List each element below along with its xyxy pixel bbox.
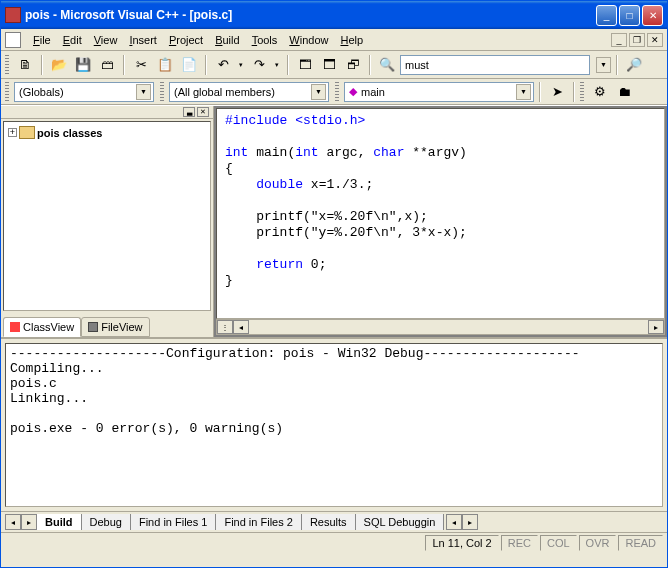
save-button[interactable]: 💾 <box>72 54 94 76</box>
output-tab-debug[interactable]: Debug <box>82 514 131 530</box>
workspace-panel: ▃ ✕ + pois classes ClassView FileView <box>1 106 214 337</box>
find-drop-button[interactable]: ▼ <box>596 57 611 73</box>
scope-value: (Globals) <box>19 86 64 98</box>
menu-edit[interactable]: Edit <box>57 32 88 48</box>
mdi-close-button[interactable]: ✕ <box>647 33 663 47</box>
menubar: FileEditViewInsertProjectBuildToolsWindo… <box>1 29 667 51</box>
workspace-button[interactable]: 🗔 <box>294 54 316 76</box>
save-all-button[interactable]: 🗃 <box>96 54 118 76</box>
undo-drop-button[interactable]: ▾ <box>236 54 246 76</box>
toolbar-grip[interactable] <box>5 82 9 102</box>
menu-file[interactable]: File <box>27 32 57 48</box>
tool-button-2[interactable]: 🖿 <box>613 81 635 103</box>
menu-view[interactable]: View <box>88 32 124 48</box>
scope-drop-button[interactable]: ▼ <box>136 84 151 100</box>
mdi-restore-button[interactable]: ❐ <box>629 33 645 47</box>
minimize-button[interactable]: _ <box>596 5 617 26</box>
workspace: ▃ ✕ + pois classes ClassView FileView <box>1 105 667 337</box>
members-value: (All global members) <box>174 86 275 98</box>
goto-button[interactable]: ➤ <box>546 81 568 103</box>
expand-icon[interactable]: + <box>8 128 17 137</box>
new-text-button[interactable]: 🗎 <box>14 54 36 76</box>
toolbar-grip[interactable] <box>160 82 164 102</box>
status-read: READ <box>618 535 663 551</box>
panel-close-button[interactable]: ✕ <box>197 107 209 117</box>
output-panel: --------------------Configuration: pois … <box>1 337 667 532</box>
find-in-files-button[interactable]: 🔍 <box>376 54 398 76</box>
output-tab-find-in-files-1[interactable]: Find in Files 1 <box>131 514 216 530</box>
windows-button[interactable]: 🗗 <box>342 54 364 76</box>
titlebar[interactable]: pois - Microsoft Visual C++ - [pois.c] _… <box>1 1 667 29</box>
output-tab-results[interactable]: Results <box>302 514 356 530</box>
tab-label: FileView <box>101 321 142 333</box>
window-title: pois - Microsoft Visual C++ - [pois.c] <box>25 8 596 22</box>
open-button[interactable]: 📂 <box>48 54 70 76</box>
mdi-minimize-button[interactable]: _ <box>611 33 627 47</box>
menu-window[interactable]: Window <box>283 32 334 48</box>
menu-build[interactable]: Build <box>209 32 245 48</box>
class-tree[interactable]: + pois classes <box>3 121 211 311</box>
menu-help[interactable]: Help <box>334 32 369 48</box>
toolbar-grip[interactable] <box>580 82 584 102</box>
output-button[interactable]: 🗖 <box>318 54 340 76</box>
tree-root-item[interactable]: + pois classes <box>8 126 206 139</box>
tab-nav-right2-button[interactable]: ▸ <box>462 514 478 530</box>
app-window: pois - Microsoft Visual C++ - [pois.c] _… <box>0 0 668 568</box>
scroll-right-button[interactable]: ▸ <box>648 320 664 334</box>
classview-icon <box>10 322 20 332</box>
standard-toolbar: 🗎 📂 💾 🗃 ✂ 📋 📄 ↶ ▾ ↷ ▾ 🗔 🗖 🗗 🔍 ▼ 🔎 <box>1 51 667 79</box>
panel-handle[interactable]: ▃ ✕ <box>1 106 213 119</box>
menu-project[interactable]: Project <box>163 32 209 48</box>
scope-combo[interactable]: (Globals) ▼ <box>14 82 154 102</box>
tab-nav-left-button[interactable]: ◂ <box>5 514 21 530</box>
status-ovr: OVR <box>579 535 617 551</box>
redo-drop-button[interactable]: ▾ <box>272 54 282 76</box>
members-combo[interactable]: (All global members) ▼ <box>169 82 329 102</box>
redo-button[interactable]: ↷ <box>248 54 270 76</box>
output-tab-find-in-files-2[interactable]: Find in Files 2 <box>216 514 301 530</box>
menu-tools[interactable]: Tools <box>246 32 284 48</box>
output-tabs: ◂ ▸ BuildDebugFind in Files 1Find in Fil… <box>1 511 667 532</box>
status-position: Ln 11, Col 2 <box>425 535 498 551</box>
close-button[interactable]: ✕ <box>642 5 663 26</box>
status-rec: REC <box>501 535 538 551</box>
tab-nav-left2-button[interactable]: ◂ <box>446 514 462 530</box>
editor-area: #include <stdio.h> int main(int argc, ch… <box>214 106 667 337</box>
classes-icon <box>19 126 35 139</box>
panel-dock-button[interactable]: ▃ <box>183 107 195 117</box>
tab-fileview[interactable]: FileView <box>81 317 149 337</box>
app-icon <box>5 7 21 23</box>
output-tab-sql-debuggin[interactable]: SQL Debuggin <box>356 514 445 530</box>
scroll-left-button[interactable]: ◂ <box>233 320 249 334</box>
menu-insert[interactable]: Insert <box>123 32 163 48</box>
members-drop-button[interactable]: ▼ <box>311 84 326 100</box>
function-combo[interactable]: ◆ main ▼ <box>344 82 534 102</box>
status-col: COL <box>540 535 577 551</box>
output-tab-build[interactable]: Build <box>37 514 82 530</box>
tab-nav-right-button[interactable]: ▸ <box>21 514 37 530</box>
splitter-handle[interactable]: ⋮ <box>217 320 233 334</box>
tree-root-label: pois classes <box>37 127 102 139</box>
h-scrollbar[interactable]: ⋮ ◂ ▸ <box>216 319 665 335</box>
copy-button[interactable]: 📋 <box>154 54 176 76</box>
toolbar-grip[interactable] <box>5 55 9 75</box>
cut-button[interactable]: ✂ <box>130 54 152 76</box>
document-icon[interactable] <box>5 32 21 48</box>
tab-classview[interactable]: ClassView <box>3 317 81 337</box>
toolbar-grip[interactable] <box>335 82 339 102</box>
function-drop-button[interactable]: ▼ <box>516 84 531 100</box>
wizbar-toolbar: (Globals) ▼ (All global members) ▼ ◆ mai… <box>1 79 667 105</box>
fileview-icon <box>88 322 98 332</box>
function-value: main <box>361 86 385 98</box>
find-input[interactable] <box>400 55 590 75</box>
workspace-tabs: ClassView FileView <box>1 313 213 337</box>
maximize-button[interactable]: □ <box>619 5 640 26</box>
undo-button[interactable]: ↶ <box>212 54 234 76</box>
find-button[interactable]: 🔎 <box>623 54 645 76</box>
output-text[interactable]: --------------------Configuration: pois … <box>5 343 663 507</box>
tool-button-1[interactable]: ⚙ <box>589 81 611 103</box>
code-editor[interactable]: #include <stdio.h> int main(int argc, ch… <box>216 108 665 319</box>
diamond-icon: ◆ <box>349 85 357 98</box>
paste-button[interactable]: 📄 <box>178 54 200 76</box>
statusbar: Ln 11, Col 2 REC COL OVR READ <box>1 532 667 552</box>
